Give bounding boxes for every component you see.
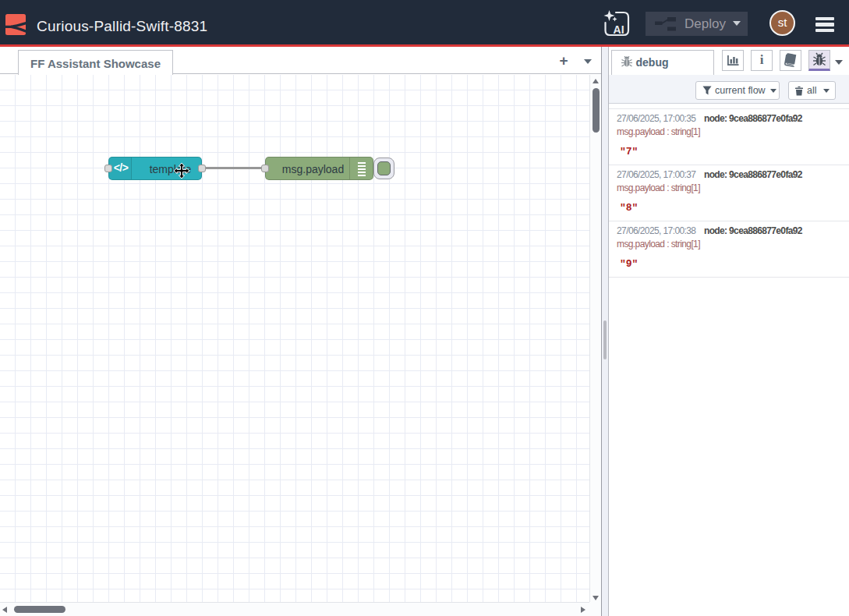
svg-text:AI: AI	[614, 23, 624, 36]
